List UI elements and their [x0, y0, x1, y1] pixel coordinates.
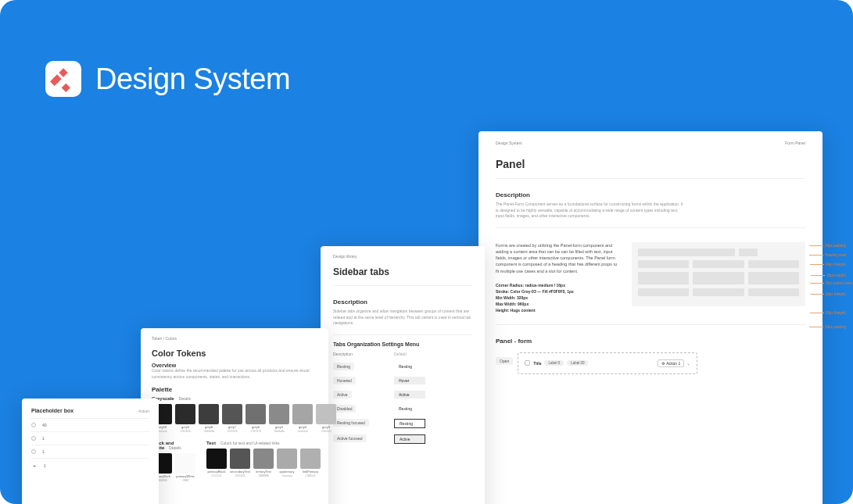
- annotation: 24px padding: [825, 325, 846, 329]
- card-panel: Design System Form Panel Panel Descripti…: [478, 131, 823, 504]
- breadcrumb[interactable]: Design System: [496, 141, 522, 145]
- swatch[interactable]: tertiaryText#888888: [253, 449, 274, 477]
- annotation: Heading area: [825, 253, 846, 257]
- swatch[interactable]: grey8#3d3d3d: [199, 404, 219, 433]
- card-color-tokens: Token / Colors Color Tokens Overview Col…: [141, 328, 328, 504]
- tab-demo[interactable]: Hover: [394, 377, 425, 384]
- state-label: Active: [333, 391, 352, 399]
- details-link[interactable]: Details: [179, 396, 191, 401]
- col-header: Default: [394, 352, 472, 356]
- chip: Label 00: [567, 360, 588, 366]
- text-heading: Text: [206, 441, 216, 445]
- details-link[interactable]: Details: [169, 445, 181, 450]
- swatch[interactable]: quaternary#aaaaaa: [277, 449, 297, 477]
- breadcrumb[interactable]: Design library: [333, 254, 472, 259]
- annotation: 16px margin: [826, 273, 846, 277]
- text-sub: Colors for text and UI-related links: [220, 441, 280, 445]
- card-sidebar-tabs: Design library Sidebar tabs Description …: [321, 246, 485, 504]
- color-tokens-title: Color Tokens: [152, 349, 317, 358]
- swatch[interactable]: linkPrimary#1b81e2: [300, 449, 321, 477]
- spec-props: Corner Radius: radius-medium / 16px Stro…: [496, 282, 621, 313]
- sidebar-tabs-title: Sidebar tabs: [333, 266, 472, 277]
- state-label: Resting: [333, 363, 354, 370]
- radio-icon[interactable]: [31, 436, 36, 441]
- panel-title: Panel: [496, 158, 805, 170]
- state-label: Hovered: [333, 377, 356, 384]
- chevron-down-icon[interactable]: ⌄: [686, 360, 690, 366]
- breadcrumb-right: Form Panel: [785, 141, 805, 145]
- swatch[interactable]: grey9#2b2b2b: [175, 404, 195, 433]
- action-button[interactable]: ⚙Action 1: [658, 359, 684, 367]
- annotation: 24px (height): [826, 263, 846, 266]
- wireframe: 24px padding Heading area 24px (height) …: [632, 242, 805, 313]
- list-item: 40: [31, 418, 149, 431]
- radio-icon[interactable]: [31, 449, 36, 454]
- panel-form-title: Panel - form: [496, 338, 805, 345]
- placeholder-title: Placeholder box: [31, 408, 73, 413]
- swatch[interactable]: grey6#707070: [246, 404, 266, 433]
- tab-demo[interactable]: Resting: [394, 419, 425, 428]
- canvas: Design System Design System Form Panel P…: [0, 0, 853, 504]
- swatch[interactable]: secondaryText#555555: [230, 449, 250, 477]
- list-item: 1: [31, 431, 149, 445]
- pf-title: Title: [533, 361, 541, 366]
- annotation: 24px padding: [825, 244, 846, 248]
- col-header: Description: [333, 352, 380, 356]
- desc-text: The Panel-Form Component serves as a fou…: [496, 202, 683, 220]
- desc-text: Sidebar tabs organize and allow navigati…: [333, 309, 472, 327]
- swatch[interactable]: grey3#c0c0c0: [316, 404, 336, 433]
- palette-heading: Palette: [152, 386, 317, 393]
- gear-icon: ⚙: [661, 361, 665, 366]
- state-label: Resting focused: [333, 419, 369, 427]
- swatch[interactable]: grey7#555555: [222, 404, 242, 433]
- swatch[interactable]: grey4#a5a5a5: [292, 404, 313, 433]
- state-label: Active focused: [333, 434, 367, 442]
- state-table: Description Default: [333, 352, 472, 356]
- swatch[interactable]: grey5#8a8a8a: [269, 404, 289, 433]
- swatch[interactable]: primaryBlack#111111: [206, 449, 227, 477]
- action-link[interactable]: Action: [138, 409, 149, 413]
- tab-demo[interactable]: Active: [394, 434, 425, 444]
- annotation: 16px (height): [826, 311, 846, 315]
- list-item: 1: [31, 445, 149, 458]
- checkbox-icon[interactable]: [525, 360, 530, 366]
- swatch[interactable]: primaryWhite#ffffff: [175, 453, 195, 482]
- tab-demo[interactable]: Active: [394, 391, 425, 399]
- section-heading: Tabs Organization Settings Menu: [333, 341, 472, 347]
- spec-text: Forms are created by utilizing the Panel…: [496, 242, 621, 274]
- list-item: +1: [31, 458, 149, 473]
- desc-heading: Description: [496, 191, 805, 198]
- state-label: Disabled: [333, 405, 356, 413]
- overview-text: Color tokens define the recommended pale…: [152, 368, 317, 380]
- tab-demo[interactable]: Resting: [394, 363, 425, 370]
- breadcrumb[interactable]: Token / Colors: [152, 336, 317, 341]
- page-title: Design System: [95, 63, 290, 96]
- radio-icon[interactable]: [31, 423, 36, 427]
- open-chip[interactable]: Open: [496, 357, 513, 365]
- overview-heading: Overview: [152, 363, 317, 368]
- header: Design System: [45, 61, 290, 97]
- tab-demo[interactable]: Resting: [394, 405, 425, 413]
- panel-form-preview: Title Label 0 Label 00 ⚙Action 1 ⌄: [518, 352, 697, 374]
- chip: Label 0: [544, 360, 564, 366]
- plus-icon[interactable]: +: [31, 463, 38, 469]
- desc-heading: Description: [333, 298, 472, 306]
- annotation: 16px (height): [826, 292, 846, 296]
- card-placeholder: Placeholder box Action 4011+1: [22, 399, 159, 504]
- logo-icon: [45, 61, 81, 97]
- annotation: Slot content area: [826, 281, 852, 285]
